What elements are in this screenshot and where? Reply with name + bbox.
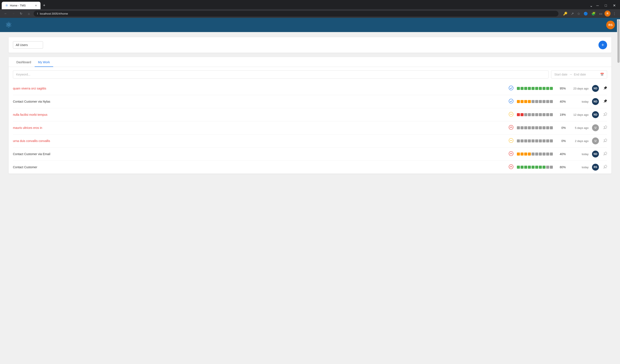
task-avatar[interactable]: ND <box>592 151 599 157</box>
browser-profile-avatar[interactable]: R <box>604 11 611 16</box>
task-status-icon[interactable] <box>509 125 513 131</box>
pin-empty-icon[interactable] <box>603 165 607 169</box>
task-row: urna duis convallis convallis0%2 days ag… <box>13 135 607 148</box>
svg-point-0 <box>509 86 513 90</box>
search-row: Start date → End date 📅 <box>9 67 611 82</box>
menu-icon[interactable]: ⋮ <box>611 11 618 16</box>
browser-chrome: ⚛ Home - TMS ✕ + ⌄ ─ □ ✕ ← → ↻ ⌂ ℹ local… <box>0 0 620 18</box>
main-panel: Dashboard My Work Start date → End date … <box>9 57 611 174</box>
extension-icon[interactable]: 🔵 <box>582 11 589 16</box>
app-logo-icon: ⚛ <box>5 20 12 30</box>
extensions-icon[interactable]: 🧩 <box>590 11 597 16</box>
task-avatar[interactable]: RS <box>592 164 599 171</box>
forward-button[interactable]: → <box>10 11 16 16</box>
address-bar-row: ← → ↻ ⌂ ℹ localhost:3005/#/home 🔑 ↗ ☆ 🔵 … <box>0 9 620 18</box>
progress-percentage: 0% <box>557 139 566 143</box>
progress-bar <box>517 87 553 90</box>
tab-close-button[interactable]: ✕ <box>35 4 37 7</box>
app-user-avatar[interactable]: RS <box>606 21 615 29</box>
new-tab-button[interactable]: + <box>41 2 47 9</box>
security-icon: ℹ <box>37 12 38 15</box>
pin-filled-icon[interactable] <box>603 99 607 104</box>
pin-empty-icon[interactable] <box>603 138 607 143</box>
task-name: Contact Customer <box>13 166 504 169</box>
tab-bar: ⚛ Home - TMS ✕ + ⌄ ─ □ ✕ <box>0 0 620 9</box>
task-avatar[interactable]: ND <box>592 111 599 118</box>
tab-mywork[interactable]: My Work <box>35 57 53 67</box>
task-status-icon[interactable] <box>509 86 513 91</box>
close-window-button[interactable]: ✕ <box>610 2 618 8</box>
active-tab[interactable]: ⚛ Home - TMS ✕ <box>2 2 40 9</box>
task-name[interactable]: quam viverra orci sagittis <box>13 87 504 90</box>
app-content: All Users + Dashboard My Work Start date… <box>0 32 620 364</box>
task-date: 2 days ago <box>569 139 589 143</box>
task-name[interactable]: mauris ultrices eros in <box>13 126 504 130</box>
task-name: Contact Customer via Email <box>13 152 504 156</box>
progress-bar <box>517 152 553 155</box>
pin-filled-icon[interactable] <box>603 86 607 91</box>
progress-bar <box>517 166 553 169</box>
address-bar[interactable]: ℹ localhost:3005/#/home <box>33 11 558 16</box>
task-date: today <box>569 152 589 156</box>
progress-bar <box>517 139 553 142</box>
sidebar-icon[interactable]: ▭ <box>598 11 604 16</box>
reload-button[interactable]: ↻ <box>18 11 24 16</box>
users-card: All Users + <box>9 37 611 53</box>
scrollbar-track[interactable] <box>617 19 620 364</box>
task-status-icon[interactable] <box>509 138 513 144</box>
task-date: 12 days ago <box>569 113 589 116</box>
task-date: 23 days ago <box>569 87 589 90</box>
task-avatar[interactable]: U <box>592 124 599 131</box>
tab-favicon: ⚛ <box>5 3 8 8</box>
task-date: 5 days ago <box>569 126 589 130</box>
url-text: localhost:3005/#/home <box>40 12 68 15</box>
start-date-placeholder: Start date <box>554 73 567 76</box>
share-icon[interactable]: ↗ <box>570 11 575 16</box>
progress-bar <box>517 126 553 129</box>
task-status-icon[interactable] <box>509 164 513 170</box>
bookmark-icon[interactable]: ☆ <box>576 11 581 16</box>
task-name: Contact Customer via Nylas <box>13 100 504 103</box>
progress-percentage: 0% <box>557 126 566 130</box>
svg-point-7 <box>509 152 513 156</box>
pin-empty-icon[interactable] <box>603 152 607 156</box>
task-avatar[interactable]: ND <box>592 98 599 105</box>
keyword-input[interactable] <box>13 70 549 78</box>
task-avatar[interactable]: ND <box>592 85 599 92</box>
end-date-placeholder: End date <box>574 73 586 76</box>
task-status-icon[interactable] <box>509 151 513 157</box>
task-date: today <box>569 166 589 169</box>
users-dropdown[interactable]: All Users <box>13 41 43 49</box>
svg-point-1 <box>509 99 513 103</box>
password-icon[interactable]: 🔑 <box>562 11 569 16</box>
pin-empty-icon[interactable] <box>603 112 607 117</box>
minimize-button[interactable]: ─ <box>594 3 601 8</box>
pin-empty-icon[interactable] <box>603 125 607 130</box>
tab-dashboard[interactable]: Dashboard <box>13 57 35 67</box>
tabs-row: Dashboard My Work <box>9 57 611 67</box>
task-name[interactable]: nulla facilisi morbi tempus <box>13 113 504 116</box>
progress-percentage: 40% <box>557 100 566 103</box>
task-row: Contact Customer via Nylas40%todayND <box>13 95 607 108</box>
add-button[interactable]: + <box>598 41 607 49</box>
task-row: Contact Customer80%todayRS <box>13 161 607 174</box>
back-button[interactable]: ← <box>2 11 9 16</box>
progress-percentage: 40% <box>557 152 566 156</box>
home-button[interactable]: ⌂ <box>26 11 32 16</box>
maximize-button[interactable]: □ <box>602 3 609 8</box>
browser-toolbar: 🔑 ↗ ☆ 🔵 🧩 ▭ R ⋮ <box>562 11 618 16</box>
scrollbar-thumb[interactable] <box>618 20 620 63</box>
tab-overflow-button[interactable]: ⌄ <box>590 3 593 8</box>
task-avatar[interactable]: U <box>592 137 599 144</box>
progress-bar <box>517 100 553 103</box>
task-name[interactable]: urna duis convallis convallis <box>13 139 504 143</box>
date-range-picker[interactable]: Start date → End date 📅 <box>551 70 607 78</box>
date-arrow-icon: → <box>569 73 572 76</box>
task-row: nulla facilisi morbi tempus19%12 days ag… <box>13 108 607 121</box>
progress-percentage: 95% <box>557 87 566 90</box>
progress-bar <box>517 113 553 116</box>
task-row: quam viverra orci sagittis95%23 days ago… <box>13 82 607 95</box>
task-status-icon[interactable] <box>509 99 513 105</box>
task-status-icon[interactable] <box>509 112 513 118</box>
calendar-icon[interactable]: 📅 <box>600 73 604 76</box>
